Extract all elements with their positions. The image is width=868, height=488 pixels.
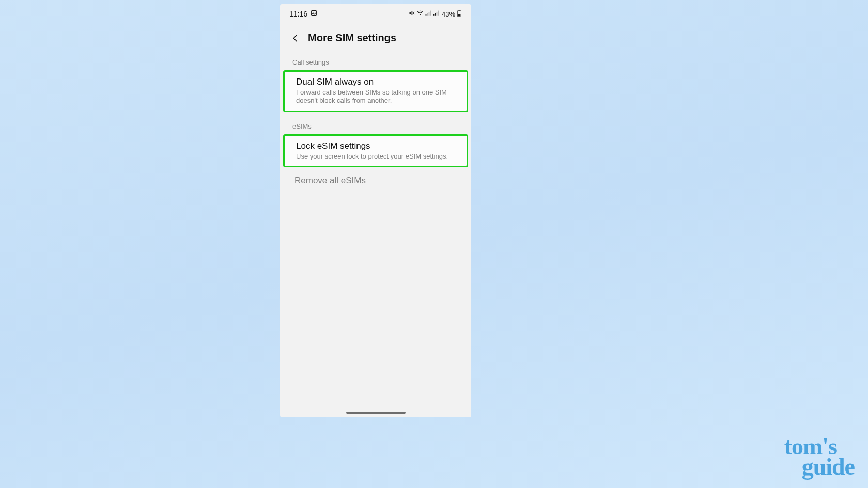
lock-esim-settings-item[interactable]: Lock eSIM settings Use your screen lock … bbox=[283, 134, 468, 167]
section-label-esims: eSIMs bbox=[280, 113, 471, 133]
svg-rect-6 bbox=[427, 13, 428, 15]
section-label-call: Call settings bbox=[280, 49, 471, 69]
status-time: 11:16 bbox=[289, 10, 307, 18]
remove-all-esims-item[interactable]: Remove all eSIMs bbox=[283, 168, 468, 194]
mute-icon bbox=[408, 10, 415, 18]
svg-rect-10 bbox=[435, 13, 436, 15]
svg-rect-5 bbox=[426, 14, 427, 15]
back-button[interactable] bbox=[290, 33, 301, 43]
app-header: More SIM settings bbox=[280, 24, 471, 49]
item-desc: Use your screen lock to protect your eSI… bbox=[296, 152, 455, 161]
item-title: Lock eSIM settings bbox=[296, 141, 455, 151]
picture-icon bbox=[311, 10, 317, 18]
phone-frame: 11:16 43% Mor bbox=[280, 4, 471, 417]
svg-rect-11 bbox=[437, 12, 438, 16]
battery-icon bbox=[457, 10, 462, 19]
item-title: Remove all eSIMs bbox=[295, 176, 457, 186]
dual-sim-always-on-item[interactable]: Dual SIM always on Forward calls between… bbox=[283, 70, 468, 112]
svg-rect-12 bbox=[438, 10, 439, 15]
svg-rect-15 bbox=[458, 14, 461, 16]
svg-point-1 bbox=[313, 12, 314, 13]
item-title: Dual SIM always on bbox=[296, 77, 455, 87]
home-indicator[interactable] bbox=[346, 412, 406, 414]
svg-rect-9 bbox=[433, 14, 435, 15]
wifi-icon bbox=[416, 10, 424, 18]
watermark: tom's guide bbox=[784, 436, 855, 477]
svg-point-4 bbox=[420, 14, 421, 15]
item-desc: Forward calls between SIMs so talking on… bbox=[296, 88, 455, 105]
svg-rect-8 bbox=[430, 10, 431, 15]
status-bar: 11:16 43% bbox=[280, 4, 471, 24]
battery-percent: 43% bbox=[442, 10, 455, 18]
page-title: More SIM settings bbox=[308, 32, 396, 44]
svg-rect-7 bbox=[429, 12, 430, 16]
nav-bar bbox=[280, 408, 471, 417]
signal-icon-1 bbox=[425, 10, 431, 18]
signal-icon-2 bbox=[433, 10, 439, 18]
